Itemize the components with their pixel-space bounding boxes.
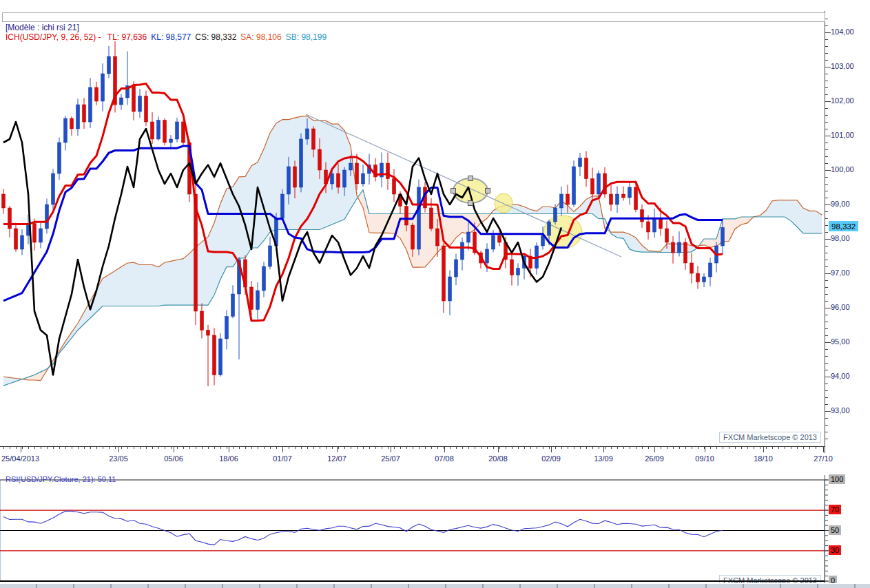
rsi-indicator-label: RSI(USD/JPY.Cloture, 21): 50,11 [6,475,116,483]
date-tick-label: 23/05 [109,454,128,463]
price-tick-label: 101,00 [831,131,854,139]
price-tick-label: 104,00 [831,28,854,36]
rsi-level-label-70: 70 [829,505,841,514]
rsi-level-label-30: 30 [829,545,841,555]
rsi-level-label-50: 50 [829,525,841,535]
legend-segment-1: TL: 97,636 [107,32,147,42]
chart-window: [Modèle : ichi rsi 21] ICH(USD/JPY, 9, 2… [0,0,870,588]
chart-top-toolbar-strip[interactable] [2,12,825,22]
annotation-ellipse-1[interactable] [453,178,488,203]
rsi-panel [0,475,831,583]
selection-handle[interactable] [468,176,473,181]
legend-segment-5: SB: 98,199 [286,32,327,42]
legend-segment-2: KL: 98,577 [151,32,191,42]
annotation-ellipse-2[interactable] [495,193,512,213]
plot-area[interactable] [2,41,822,386]
indicator-legend: ICH(USD/JPY, 9, 26, 52) - TL: 97,636KL: … [6,32,331,42]
date-tick-label: 02/09 [541,454,561,463]
legend-segment-3: CS: 98,332 [195,32,236,42]
rsi-curve [3,511,723,545]
price-tick-label: 95,00 [831,337,850,346]
price-tick-label: 99,00 [831,200,850,208]
date-tick-label: 25/07 [381,454,400,463]
price-tick-label: 100,00 [831,165,854,174]
price-tick-label: 94,00 [831,372,850,380]
price-tick-label: 98,00 [831,234,850,242]
selection-handle[interactable] [468,201,473,206]
price-tick-label: 102,00 [831,96,854,105]
date-tick-label: 07/08 [435,454,454,463]
legend-segment-0: ICH(USD/JPY, 9, 26, 52) - [6,32,103,42]
model-title: [Modèle : ichi rsi 21] [6,23,79,32]
horizontal-scrollbar[interactable] [0,583,870,588]
rsi-level-label-100: 100 [829,474,845,484]
date-tick-label: 26/09 [645,454,664,463]
date-tick-label: 12/07 [327,454,346,463]
date-tick-label: 09/10 [695,454,714,463]
price-tick-label: 93,00 [831,406,850,414]
date-tick-label: 20/08 [488,454,508,463]
price-tick-label: 103,00 [831,62,854,70]
fxcm-watermark-main: FXCM Marketscope © 2013 [719,432,821,443]
date-tick-label: 01/07 [273,454,292,463]
date-tick-label: 25/04/2013 [1,454,39,463]
price-tick-label: 97,00 [831,269,850,277]
selection-handle[interactable] [451,189,456,193]
candles [2,41,725,386]
price-tick-label: 96,00 [831,303,850,311]
rsi-zero-line [0,580,825,582]
selection-handle[interactable] [486,189,490,193]
date-tick-label: 18/10 [754,454,773,463]
date-tick-label: 27/10 [814,454,833,463]
date-tick-label: 13/09 [594,454,613,463]
date-tick-label: 05/06 [164,454,183,463]
legend-segment-4: SA: 98,106 [240,32,281,42]
main-chart-canvas[interactable] [0,0,870,588]
current-price-label: 98,332 [829,221,858,231]
date-tick-label: 18/06 [219,454,238,463]
